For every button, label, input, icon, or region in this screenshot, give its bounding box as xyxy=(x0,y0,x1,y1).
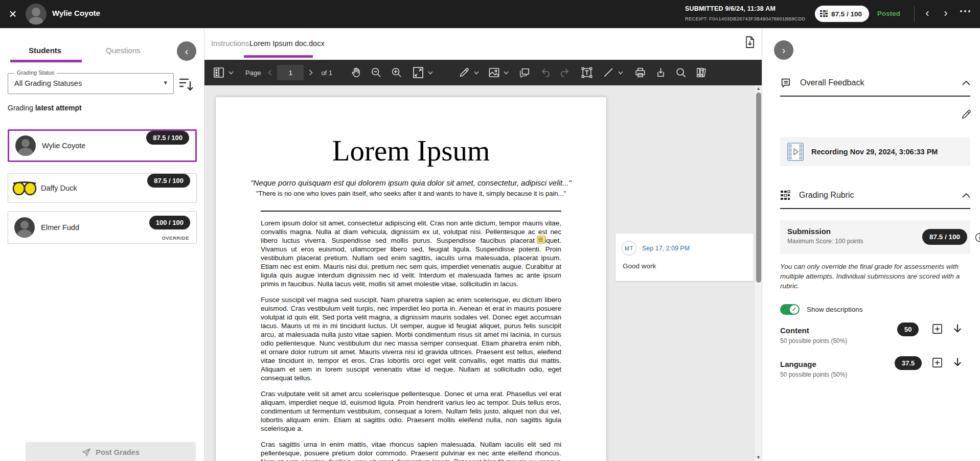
grading-rubric-header[interactable]: Grading Rubric xyxy=(780,187,970,204)
document-title: Lorem Ipsum xyxy=(216,134,606,167)
scrollbar-thumb[interactable] xyxy=(756,93,761,283)
grading-attempt-note: Grading latest attempt xyxy=(8,104,82,112)
criterion-content-score-pill[interactable]: 50 xyxy=(897,322,919,336)
previous-page-icon[interactable] xyxy=(266,64,274,81)
document-page: Lorem Ipsum "Neque porro quisquam est qu… xyxy=(216,97,606,461)
student-row-wylie-coyote[interactable]: Wylie Coyote 87.5 / 100 xyxy=(8,129,197,162)
student-row-daffy-duck[interactable]: Daffy Duck 87.5 / 100 xyxy=(8,173,197,203)
scroll-up-icon[interactable]: ▲ xyxy=(755,85,762,92)
download-icon[interactable] xyxy=(652,64,669,81)
criterion-language-score-pill[interactable]: 37.5 xyxy=(895,356,922,370)
thumbnails-panel-icon[interactable] xyxy=(211,64,227,81)
show-descriptions-label: Show descriptions xyxy=(807,306,863,313)
info-icon[interactable] xyxy=(975,233,980,242)
grading-status-select[interactable]: Grading Status All Grading Statuses ▾ xyxy=(8,73,174,94)
recording-label: Recording Nov 29, 2024, 3:06:33 PM xyxy=(811,148,938,156)
page-number-input[interactable] xyxy=(277,65,304,80)
comment-timestamp[interactable]: Sep 17, 2:09 PM xyxy=(642,245,690,252)
student-row-name: Elmer Fudd xyxy=(41,223,79,232)
document-body: Lorem ipsum dolor sit amet, consectetur … xyxy=(261,219,561,461)
post-grades-button[interactable]: Post Grades xyxy=(26,442,196,461)
expand-criterion-arrow-icon[interactable] xyxy=(952,324,964,335)
overall-feedback-header[interactable]: Overall Feedback xyxy=(780,74,970,91)
print-icon[interactable] xyxy=(632,64,648,81)
next-page-icon[interactable] xyxy=(307,64,315,81)
criterion-content-name: Content xyxy=(780,326,809,335)
chevron-down-icon[interactable] xyxy=(227,64,235,81)
pan-hand-icon[interactable] xyxy=(348,64,364,81)
zoom-out-icon[interactable] xyxy=(368,64,384,81)
rubric-grid-icon xyxy=(780,190,790,200)
previous-student-button[interactable]: ‹ xyxy=(920,7,935,21)
student-score-pill: 87.5 / 100 xyxy=(147,174,190,188)
avatar xyxy=(15,135,36,156)
active-tab-underline xyxy=(244,55,313,58)
feedback-panel: › Overall Feedback Rec xyxy=(762,28,980,461)
override-note: You can only override the final grade fo… xyxy=(780,262,970,291)
section-underline xyxy=(780,208,970,209)
chevron-down-icon[interactable] xyxy=(617,64,625,81)
grading-status-label: Grading Status xyxy=(14,70,57,76)
edit-feedback-pencil-icon[interactable] xyxy=(961,109,972,120)
vertical-scrollbar[interactable]: ▲ ▼ xyxy=(755,85,762,461)
tab-students[interactable]: Students xyxy=(29,46,61,55)
student-row-name: Wylie Coyote xyxy=(42,142,85,150)
document-quote-english: "There is no one who loves pain itself, … xyxy=(216,190,606,197)
paragraph: Lorem ipsum dolor sit amet, consectetur … xyxy=(261,219,561,288)
active-tab-underline xyxy=(10,60,82,62)
scroll-down-icon[interactable]: ▼ xyxy=(755,454,762,461)
line-shape-icon[interactable] xyxy=(600,64,617,81)
rubric-grid-icon xyxy=(820,10,828,18)
divider xyxy=(914,6,915,22)
search-icon[interactable] xyxy=(673,64,689,81)
tab-document[interactable]: Lorem Ipsum doc.docx xyxy=(249,39,325,48)
fit-page-icon[interactable] xyxy=(410,64,426,81)
comment-text: Good work xyxy=(623,262,656,270)
annotation-pen-icon[interactable] xyxy=(456,64,472,81)
chevron-down-icon[interactable] xyxy=(472,64,481,81)
submission-score-pill[interactable]: 87.5 / 100 xyxy=(922,229,967,245)
undo-icon[interactable] xyxy=(538,64,554,81)
grading-status-value: All Grading Statuses xyxy=(14,79,82,87)
next-student-button[interactable]: › xyxy=(939,7,953,21)
expand-criterion-arrow-icon[interactable] xyxy=(952,357,964,368)
chevron-up-icon xyxy=(962,193,970,198)
annotation-note-icon[interactable] xyxy=(537,236,545,243)
chevron-down-icon[interactable] xyxy=(426,64,435,81)
show-descriptions-toggle[interactable]: ✓ xyxy=(780,304,800,315)
comment-card[interactable]: MT Sep 17, 2:09 PM Good work xyxy=(616,234,754,281)
student-row-name: Daffy Duck xyxy=(41,184,77,192)
download-document-icon[interactable] xyxy=(744,36,760,52)
comments-icon[interactable] xyxy=(516,64,533,81)
close-icon[interactable]: × xyxy=(5,7,20,22)
sort-icon[interactable] xyxy=(179,77,193,92)
grading-rubric-title: Grading Rubric xyxy=(799,191,953,200)
avatar xyxy=(14,217,35,238)
text-box-icon[interactable] xyxy=(579,64,595,81)
criterion-content-points: 50 possible points (50%) xyxy=(780,337,847,344)
collapse-panel-button[interactable]: › xyxy=(774,40,793,60)
collapse-sidebar-button[interactable]: ‹ xyxy=(177,41,196,61)
show-descriptions-row: ✓ Show descriptions xyxy=(780,304,863,315)
tab-instructions[interactable]: Instructions xyxy=(211,39,249,48)
criterion-language-points: 50 possible points (50%) xyxy=(780,371,847,378)
paper-plane-icon xyxy=(82,448,91,457)
document-quote-latin: "Neque porro quisquam est qui dolorem ip… xyxy=(216,178,606,187)
paragraph: Fusce suscipit vel magna sed suscipit. N… xyxy=(261,295,561,382)
feedback-recording-item[interactable]: Recording Nov 29, 2024, 3:06:33 PM xyxy=(780,137,970,166)
image-stamp-icon[interactable] xyxy=(486,64,502,81)
library-compare-icon[interactable] xyxy=(693,64,710,81)
overall-score-pill[interactable]: 87.5 / 100 xyxy=(815,6,869,22)
student-row-elmer-fudd[interactable]: Elmer Fudd 100 / 100 OVERRIDE xyxy=(8,211,197,244)
pdf-toolbar: Page of 1 xyxy=(204,60,762,85)
override-badge: OVERRIDE xyxy=(162,235,189,241)
tab-questions[interactable]: Questions xyxy=(106,46,141,55)
posted-status: Posted xyxy=(877,10,900,17)
add-feedback-icon[interactable] xyxy=(932,357,943,368)
chevron-down-icon[interactable] xyxy=(502,64,510,81)
add-feedback-icon[interactable] xyxy=(932,324,943,335)
more-options-icon[interactable] xyxy=(960,10,970,12)
zoom-in-icon[interactable] xyxy=(389,64,405,81)
redo-icon[interactable] xyxy=(556,64,573,81)
student-name: Wylie Coyote xyxy=(52,9,100,17)
